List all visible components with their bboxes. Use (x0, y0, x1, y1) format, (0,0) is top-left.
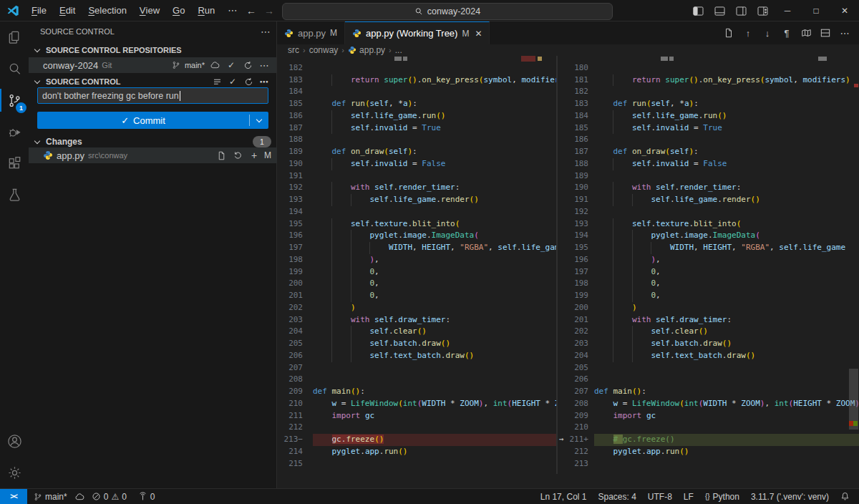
menu-edit[interactable]: Edit (53, 3, 82, 19)
branch-status-item[interactable]: main* (30, 489, 71, 504)
commit-button[interactable]: ✓ Commit (37, 112, 268, 129)
code-line[interactable]: 190 self.invalid = False (278, 158, 556, 170)
code-line[interactable]: 189 def on_draw(self): (278, 146, 556, 158)
refresh-icon[interactable] (241, 59, 254, 72)
code-line[interactable]: 184 self.life_game.run() (558, 110, 859, 122)
discard-changes-icon[interactable] (231, 149, 244, 162)
code-line[interactable]: 194 pyglet.image.ImageData( (558, 230, 859, 242)
cursor-position-item[interactable]: Ln 17, Col 1 (537, 489, 591, 504)
settings-gear-icon[interactable] (0, 457, 29, 488)
repositories-section-header[interactable]: SOURCE CONTROL REPOSITORIES (29, 43, 276, 57)
refresh-icon[interactable] (242, 75, 255, 88)
code-line[interactable]: 206 self.text_batch.draw() (278, 350, 556, 362)
code-line[interactable]: 196 ), (558, 254, 859, 266)
branch-label[interactable]: main* (185, 61, 205, 69)
menu-selection[interactable]: Selection (82, 3, 132, 19)
code-line[interactable]: 184 (278, 86, 556, 98)
code-line[interactable]: 213 (558, 458, 859, 470)
stage-changes-icon[interactable]: + (248, 149, 261, 162)
notifications-bell-icon[interactable] (837, 489, 853, 504)
explorer-icon[interactable] (0, 21, 29, 53)
code-line[interactable]: 193 self.texture.blit_into( (558, 218, 859, 231)
toggle-panel-icon[interactable] (709, 0, 730, 21)
more-actions-icon[interactable]: ⋯ (258, 75, 271, 88)
code-line[interactable]: 192 with self.render_timer: (278, 182, 556, 194)
toggle-primary-sidebar-icon[interactable] (687, 0, 709, 21)
indentation-item[interactable]: Spaces: 4 (594, 489, 639, 504)
customize-layout-icon[interactable] (752, 0, 773, 21)
changed-file-row[interactable]: app.py src\conway + M (29, 147, 277, 163)
code-line[interactable]: 212 (278, 422, 556, 434)
breadcrumb[interactable]: src›conway›app.py›... (277, 44, 859, 56)
code-line[interactable]: 193 self.life_game.render() (278, 194, 556, 206)
code-line[interactable]: 200 ) (558, 302, 859, 314)
code-line[interactable]: →211+ # gc.freeze() (558, 434, 859, 446)
code-line[interactable]: 185 self.invalid = True (558, 122, 859, 135)
previous-change-icon[interactable]: ↑ (741, 26, 755, 40)
code-line[interactable]: 215 (278, 458, 556, 470)
view-as-list-icon[interactable] (210, 75, 223, 88)
changes-section-header[interactable]: Changes 1 (29, 135, 277, 149)
code-line[interactable]: 190 with self.render_timer: (558, 182, 859, 194)
commit-dropdown-button[interactable] (249, 115, 268, 126)
remote-indicator[interactable]: >< (0, 489, 27, 504)
code-line[interactable]: 198 0, (558, 278, 859, 290)
code-line[interactable]: 195 self.texture.blit_into( (278, 218, 556, 231)
language-mode-item[interactable]: {} Python (702, 489, 743, 504)
code-line[interactable]: 207 (278, 362, 556, 374)
code-line[interactable]: 203 with self.draw_timer: (278, 314, 556, 326)
code-line[interactable]: 186 (558, 134, 859, 146)
code-line[interactable]: 207def main(): (558, 386, 859, 398)
code-line[interactable]: 202 ) (278, 302, 556, 314)
run-debug-icon[interactable] (0, 116, 29, 147)
code-line[interactable]: 182 (558, 86, 859, 98)
code-line[interactable]: 195 WIDTH, HEIGHT, "RGBA", self.life_gam… (558, 242, 859, 254)
more-actions-icon[interactable]: ⋯ (838, 26, 852, 40)
commit-check-icon[interactable]: ✓ (226, 75, 239, 88)
toggle-whitespace-icon[interactable]: ¶ (780, 26, 794, 40)
code-line[interactable]: 192 (558, 206, 859, 218)
code-line[interactable]: 185 def run(self, *a): (278, 98, 556, 110)
source-control-icon[interactable]: 1 (0, 84, 29, 116)
code-line[interactable]: 205 (558, 362, 859, 374)
code-line[interactable]: 186 self.life_game.run() (278, 110, 556, 122)
code-line[interactable]: 209def main(): (278, 386, 556, 398)
code-line[interactable]: 187 self.invalid = True (278, 122, 556, 135)
code-line[interactable]: 197 0, (558, 266, 859, 278)
code-line[interactable]: 187 def on_draw(self): (558, 146, 859, 158)
problems-status-item[interactable]: 0 ⚠ 0 (88, 489, 130, 504)
code-line[interactable]: 197 WIDTH, HEIGHT, "RGBA", self.life_gam… (278, 242, 556, 254)
code-line[interactable]: 210 (558, 422, 859, 434)
code-line[interactable]: 200 0, (278, 278, 556, 290)
code-line[interactable]: 212 pyglet.app.run() (558, 446, 859, 458)
code-line[interactable]: 211 import gc (278, 410, 556, 422)
sync-status-item[interactable] (71, 489, 88, 504)
toggle-secondary-sidebar-icon[interactable] (730, 0, 752, 21)
extensions-icon[interactable] (0, 147, 29, 179)
menu-file[interactable]: File (25, 3, 53, 19)
code-line[interactable]: 191 self.life_game.render() (558, 194, 859, 206)
account-icon[interactable] (0, 425, 29, 457)
code-line[interactable]: 214 pyglet.app.run() (278, 446, 556, 458)
breadcrumb-item[interactable]: ... (395, 45, 402, 55)
code-line[interactable]: 183 def run(self, *a): (558, 98, 859, 110)
python-interpreter-item[interactable]: 3.11.7 ('.venv': venv) (747, 489, 833, 504)
code-line[interactable]: 181 return super().on_key_press(symbol, … (558, 74, 859, 87)
code-line[interactable]: 199 0, (278, 266, 556, 278)
code-line[interactable]: 206 (558, 374, 859, 386)
code-line[interactable]: 202 self.clear() (558, 326, 859, 338)
code-line[interactable]: 201 0, (278, 290, 556, 302)
minimize-button[interactable]: ─ (773, 0, 802, 21)
menu-view[interactable]: View (133, 3, 166, 19)
breadcrumb-item[interactable]: app.py (348, 45, 385, 55)
split-editor-icon[interactable] (818, 26, 833, 40)
ports-status-item[interactable]: 0 (135, 489, 159, 504)
nav-forward-icon[interactable]: → (264, 0, 274, 21)
nav-back-icon[interactable]: ← (246, 0, 256, 21)
code-line[interactable]: 191 (278, 170, 556, 183)
code-line[interactable]: 209 import gc (558, 410, 859, 422)
tab-app-py[interactable]: app.py M (277, 21, 345, 44)
code-line[interactable]: 205 self.batch.draw() (278, 338, 556, 350)
code-line[interactable]: 203 self.batch.draw() (558, 338, 859, 350)
breadcrumb-item[interactable]: src (288, 45, 299, 55)
